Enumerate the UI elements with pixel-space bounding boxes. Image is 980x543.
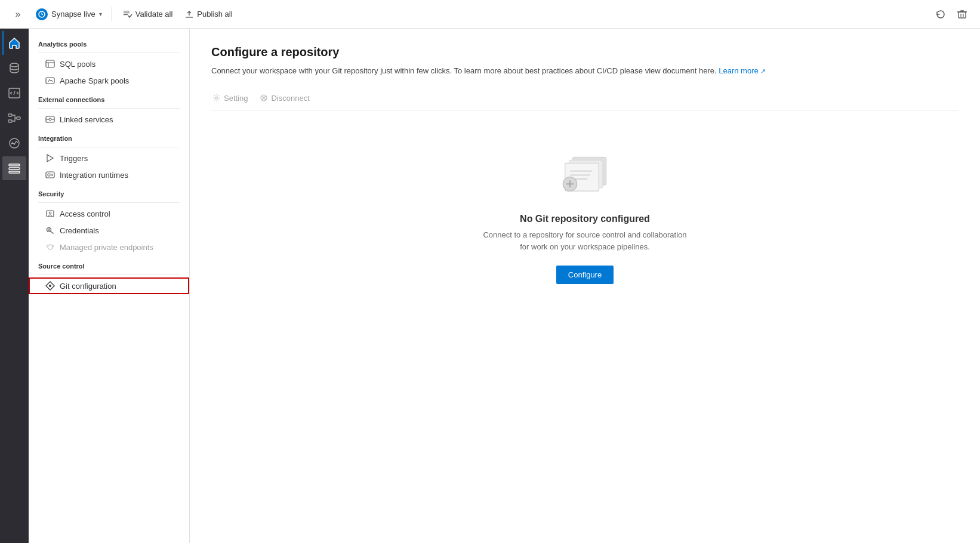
credentials-icon <box>45 226 55 235</box>
sidebar-item-integration-runtimes[interactable]: Integration runtimes <box>29 166 189 183</box>
apache-spark-pools-label: Apache Spark pools <box>60 76 129 85</box>
sql-pools-label: SQL pools <box>60 60 95 69</box>
integrate-icon <box>8 112 21 125</box>
develop-icon <box>8 87 21 100</box>
svg-point-31 <box>49 212 51 214</box>
svg-rect-1 <box>124 11 130 11</box>
publish-icon <box>184 10 194 19</box>
access-control-label: Access control <box>60 209 110 218</box>
disconnect-icon <box>260 94 268 102</box>
credentials-label: Credentials <box>60 226 99 235</box>
sidebar-item-sql-pools[interactable]: SQL pools <box>29 55 189 72</box>
gear-icon <box>212 94 221 102</box>
svg-point-13 <box>10 138 19 148</box>
access-icon <box>45 209 55 218</box>
publish-all-label: Publish all <box>197 10 232 18</box>
sidebar-item-credentials[interactable]: Credentials <box>29 222 189 239</box>
svg-rect-27 <box>48 174 50 176</box>
activity-home[interactable] <box>2 31 26 55</box>
activity-manage[interactable] <box>2 156 26 180</box>
sidebar-item-access-control[interactable]: Access control <box>29 205 189 222</box>
description-text: Connect your workspace with your Git rep… <box>211 66 717 75</box>
divider-integration <box>38 147 180 147</box>
section-header-source-control: Source control <box>29 255 189 272</box>
svg-point-35 <box>49 285 51 287</box>
validate-icon <box>123 10 132 19</box>
configure-button[interactable]: Configure <box>556 266 614 284</box>
topbar: » Synapse live ▾ Validate all Publish al… <box>0 0 980 29</box>
svg-rect-16 <box>9 171 20 173</box>
runtime-icon <box>45 170 55 180</box>
svg-point-22 <box>49 118 51 121</box>
divider-source-control <box>38 274 180 275</box>
divider-external <box>38 108 180 109</box>
chevron-down-icon: ▾ <box>99 11 102 17</box>
action-row: Setting Disconnect <box>211 87 959 110</box>
sidebar-item-triggers[interactable]: Triggers <box>29 150 189 166</box>
activity-bar <box>0 29 29 543</box>
publish-all-button[interactable]: Publish all <box>178 7 238 21</box>
triggers-label: Triggers <box>60 154 88 163</box>
disconnect-button: Disconnect <box>258 91 310 105</box>
svg-point-33 <box>48 229 50 231</box>
linked-icon <box>45 115 55 124</box>
empty-state-title: No Git repository configured <box>520 214 650 224</box>
svg-rect-12 <box>17 117 20 119</box>
svg-rect-15 <box>9 168 20 169</box>
workspace-selector[interactable]: Synapse live ▾ <box>31 6 107 23</box>
svg-point-7 <box>10 63 19 67</box>
section-header-integration: Integration <box>29 128 189 144</box>
page-description: Connect your workspace with your Git rep… <box>211 65 959 77</box>
linked-services-label: Linked services <box>60 115 113 124</box>
validate-all-button[interactable]: Validate all <box>117 7 179 21</box>
delete-icon <box>957 9 967 20</box>
git-configuration-label: Git configuration <box>60 282 116 291</box>
learn-more-link[interactable]: Learn more <box>719 66 758 75</box>
topbar-divider <box>112 7 112 21</box>
setting-label: Setting <box>224 94 248 103</box>
svg-line-9 <box>14 91 15 95</box>
sidebar-item-linked-services[interactable]: Linked services <box>29 111 189 128</box>
git-icon <box>45 281 55 291</box>
refresh-button[interactable] <box>930 4 951 25</box>
svg-rect-17 <box>46 60 54 67</box>
refresh-icon <box>935 9 946 20</box>
delete-button[interactable] <box>951 4 973 25</box>
svg-marker-25 <box>47 155 53 162</box>
activity-monitor[interactable] <box>2 131 26 155</box>
setting-button: Setting <box>211 91 249 105</box>
disconnect-label: Disconnect <box>271 94 309 103</box>
sidebar: Analytics pools SQL pools Apache Spark p… <box>29 29 190 543</box>
data-icon <box>8 61 21 75</box>
svg-rect-11 <box>8 120 12 122</box>
section-header-analytics-pools: Analytics pools <box>29 33 189 50</box>
external-link-icon: ↗ <box>760 67 766 75</box>
sidebar-item-managed-private-endpoints: Managed private endpoints <box>29 239 189 255</box>
svg-rect-4 <box>959 12 966 18</box>
empty-state-icon <box>555 146 615 202</box>
manage-icon <box>8 162 21 175</box>
empty-state: No Git repository configured Connect to … <box>211 110 959 320</box>
main-layout: Analytics pools SQL pools Apache Spark p… <box>0 29 980 543</box>
sidebar-item-git-configuration[interactable]: Git configuration <box>29 277 189 294</box>
svg-rect-30 <box>47 211 54 217</box>
activity-integrate[interactable] <box>2 106 26 130</box>
endpoints-icon <box>45 242 55 252</box>
svg-rect-3 <box>124 14 128 15</box>
empty-state-description: Connect to a repository for source contr… <box>483 229 686 254</box>
spark-icon <box>45 76 55 85</box>
expand-icon: » <box>16 9 21 20</box>
activity-data[interactable] <box>2 56 26 80</box>
expand-sidebar-button[interactable]: » <box>7 4 29 25</box>
page-title: Configure a repository <box>211 45 959 59</box>
svg-rect-10 <box>8 114 12 116</box>
section-header-external-connections: External connections <box>29 89 189 106</box>
monitor-icon <box>8 137 21 150</box>
home-icon <box>8 36 21 50</box>
workspace-icon <box>36 8 48 20</box>
workspace-name: Synapse live <box>51 10 95 18</box>
sidebar-item-apache-spark-pools[interactable]: Apache Spark pools <box>29 72 189 89</box>
activity-develop[interactable] <box>2 81 26 105</box>
svg-point-36 <box>215 97 218 99</box>
managed-private-endpoints-label: Managed private endpoints <box>60 243 153 252</box>
